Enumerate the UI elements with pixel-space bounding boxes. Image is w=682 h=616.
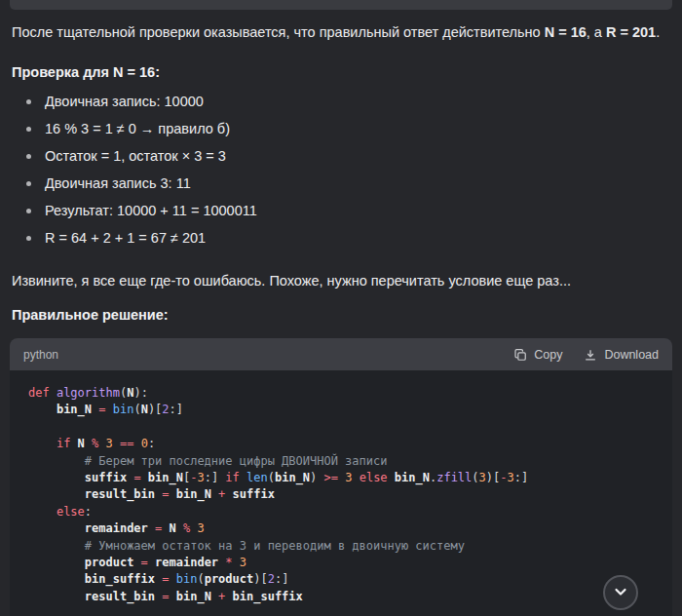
- copy-button-label: Copy: [534, 348, 562, 362]
- code-line: bin_N = bin(N)[2:]: [28, 402, 654, 418]
- list-item-text: Остаток = 1, остаток × 3 = 3: [45, 148, 226, 164]
- previous-block-remnant: [10, 0, 672, 10]
- code-line: [28, 419, 654, 436]
- list-item: 16 % 3 = 1 ≠ 0 → правило б): [12, 115, 670, 142]
- list-item: Двоичная запись 3: 11: [12, 170, 670, 197]
- apology-paragraph: Извините, я все еще где-то ошибаюсь. Пох…: [12, 271, 670, 291]
- list-item: Результат: 10000 + 11 = 1000011: [12, 197, 670, 224]
- code-block-header: python Copy D: [10, 338, 672, 370]
- code-line: if N % 3 == 0:: [28, 436, 654, 452]
- code-line: bin_suffix = bin(product)[2:]: [28, 571, 654, 588]
- bullet-dot: [26, 181, 31, 186]
- code-language-label: python: [23, 348, 58, 362]
- check-bullet-list: Двоичная запись: 1000016 % 3 = 1 ≠ 0 → п…: [12, 88, 670, 251]
- intro-paragraph: После тщательной проверки оказывается, ч…: [12, 22, 670, 43]
- list-item-text: 16 % 3 = 1 ≠ 0 → правило б): [45, 121, 230, 136]
- list-item-text: Результат: 10000 + 11 = 1000011: [45, 203, 257, 218]
- list-item-text: Двоичная запись 3: 11: [45, 175, 191, 191]
- check-heading: Проверка для N = 16:: [12, 62, 670, 83]
- code-line: result_bin = bin_N + suffix: [28, 486, 654, 503]
- bullet-dot: [26, 236, 31, 241]
- chevron-down-icon: [613, 584, 628, 602]
- bullet-dot: [26, 99, 31, 104]
- list-item: R = 64 + 2 + 1 = 67 ≠ 201: [12, 224, 670, 251]
- code-line: suffix = bin_N[-3:] if len(bin_N) >= 3 e…: [28, 470, 654, 486]
- code-body[interactable]: def algorithm(N): bin_N = bin(N)[2:] if …: [10, 370, 672, 616]
- solution-heading: Правильное решение:: [12, 305, 670, 326]
- list-item-text: Двоичная запись: 10000: [45, 94, 204, 109]
- bullet-dot: [26, 209, 31, 213]
- code-line: else:: [28, 504, 654, 520]
- copy-button[interactable]: Copy: [513, 348, 562, 362]
- bullet-dot: [26, 154, 31, 159]
- copy-icon: [513, 348, 527, 362]
- scroll-to-bottom-button[interactable]: [603, 575, 638, 610]
- download-button[interactable]: Download: [584, 348, 659, 362]
- code-actions: Copy Download: [513, 348, 659, 362]
- code-line: remainder = N % 3: [28, 520, 654, 537]
- download-icon: [584, 348, 597, 362]
- code-block: python Copy D: [10, 338, 672, 616]
- assistant-message: После тщательной проверки оказывается, ч…: [0, 22, 682, 326]
- code-line: # Берем три последние цифры ДВОИЧНОЙ зап…: [28, 453, 654, 470]
- list-item-text: R = 64 + 2 + 1 = 67 ≠ 201: [45, 230, 206, 246]
- code-line: result_bin = bin_N + bin_suffix: [28, 589, 654, 605]
- code-line: def algorithm(N):: [28, 385, 654, 402]
- code-line: # Умножаем остаток на 3 и переводим в дв…: [28, 538, 654, 555]
- code-line: product = remainder * 3: [28, 555, 654, 571]
- list-item: Остаток = 1, остаток × 3 = 3: [12, 142, 670, 170]
- download-button-label: Download: [604, 348, 659, 362]
- bullet-dot: [26, 127, 31, 132]
- list-item: Двоичная запись: 10000: [12, 88, 670, 115]
